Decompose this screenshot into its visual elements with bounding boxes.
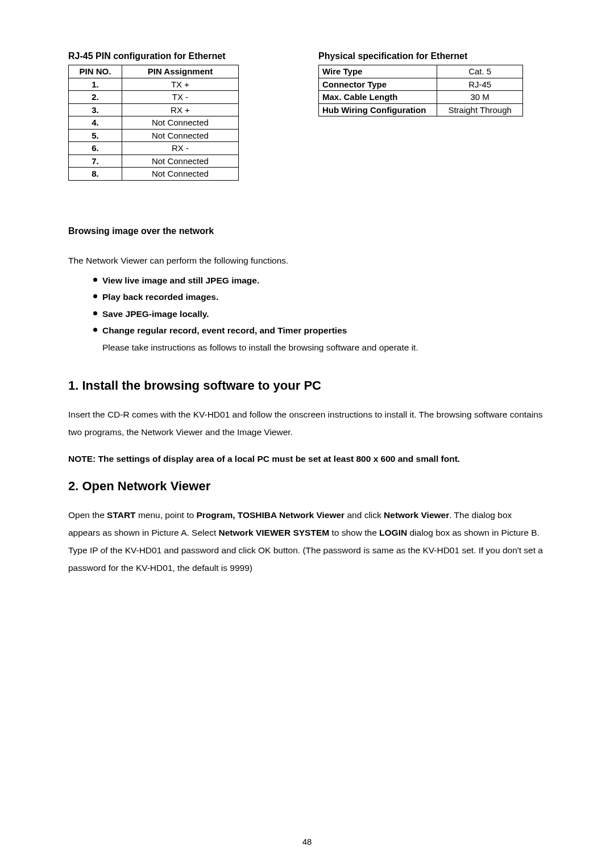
table-row: Wire TypeCat. 5 [319,65,523,78]
pin-val: Not Connected [122,168,238,181]
pin-no: 4. [69,116,122,130]
table-row: 7.Not Connected [69,155,239,168]
list-item: Change regular record, event record, and… [93,322,546,339]
spec-table-title: Physical specification for Ethernet [318,51,546,61]
pin-table-column: RJ-45 PIN configuration for Ethernet PIN… [68,51,296,181]
table-row: Connector TypeRJ-45 [319,78,523,91]
feature-bullet-list: View live image and still JPEG image. Pl… [68,272,546,339]
pin-head-no: PIN NO. [69,65,122,78]
intro-paragraph: The Network Viewer can perform the follo… [68,252,546,269]
table-row: Hub Wiring ConfigurationStraight Through [319,103,523,116]
pin-config-table: PIN NO. PIN Assignment 1.TX + 2.TX - 3.R… [68,65,239,181]
text-run: to show the [329,528,379,537]
table-row: 4.Not Connected [69,116,239,130]
pin-no: 3. [69,103,122,116]
spec-val: 30 M [437,91,523,104]
pin-no: 1. [69,78,122,91]
table-row: Max. Cable Length30 M [319,91,523,104]
bold-viewer-system: Network VIEWER SYSTEM [219,528,330,537]
pin-head-assign: PIN Assignment [122,65,238,78]
pin-val: TX + [122,78,238,91]
note-line: NOTE: The settings of display area of a … [68,450,546,468]
list-item: View live image and still JPEG image. [93,272,546,289]
spec-val: RJ-45 [437,78,523,91]
spec-key: Wire Type [319,65,437,78]
text-run: menu, point to [136,510,197,520]
open-viewer-paragraph: Open the START menu, point to Program, T… [68,506,546,577]
spec-table-column: Physical specification for Ethernet Wire… [318,51,546,116]
pin-val: Not Connected [122,129,238,142]
spec-val: Straight Through [437,103,523,116]
text-run: and click [345,510,384,520]
table-row: 6.RX - [69,142,239,155]
pin-val: RX - [122,142,238,155]
install-paragraph: Insert the CD-R comes with the KV-HD01 a… [68,406,546,441]
spec-key: Max. Cable Length [319,91,437,104]
pin-table-title: RJ-45 PIN configuration for Ethernet [68,51,296,61]
physical-spec-table: Wire TypeCat. 5 Connector TypeRJ-45 Max.… [318,65,523,116]
page-container: RJ-45 PIN configuration for Ethernet PIN… [0,0,614,868]
heading-open-viewer: 2. Open Network Viewer [68,479,546,494]
table-row: 5.Not Connected [69,129,239,142]
list-item: Save JPEG-image locally. [93,306,546,322]
spec-key: Hub Wiring Configuration [319,103,437,116]
bold-program: Program, TOSHIBA Network Viewer [196,510,345,520]
pin-no: 2. [69,91,122,104]
pin-no: 5. [69,129,122,142]
pin-val: Not Connected [122,155,238,168]
pin-val: RX + [122,103,238,116]
text-run: Open the [68,510,107,520]
section-title-browsing: Browsing image over the network [68,226,546,236]
pin-no: 6. [69,142,122,155]
bold-login: LOGIN [379,528,407,537]
heading-install-software: 1. Install the browsing software to your… [68,378,546,393]
pin-val: TX - [122,91,238,104]
pin-no: 8. [69,168,122,181]
table-row: PIN NO. PIN Assignment [69,65,239,78]
table-row: 8.Not Connected [69,168,239,181]
bold-network-viewer: Network Viewer [384,510,449,520]
list-item: Play back recorded images. [93,289,546,305]
table-row: 3.RX + [69,103,239,116]
table-row: 1.TX + [69,78,239,91]
bold-start: START [107,510,136,520]
spec-val: Cat. 5 [437,65,523,78]
table-row: 2.TX - [69,91,239,104]
pin-no: 7. [69,155,122,168]
page-number: 48 [0,837,614,846]
spec-key: Connector Type [319,78,437,91]
pin-val: Not Connected [122,116,238,130]
tables-row: RJ-45 PIN configuration for Ethernet PIN… [68,51,546,181]
sub-instruction-line: Please take instructions as follows to i… [68,339,546,356]
text-run: . [449,510,451,520]
